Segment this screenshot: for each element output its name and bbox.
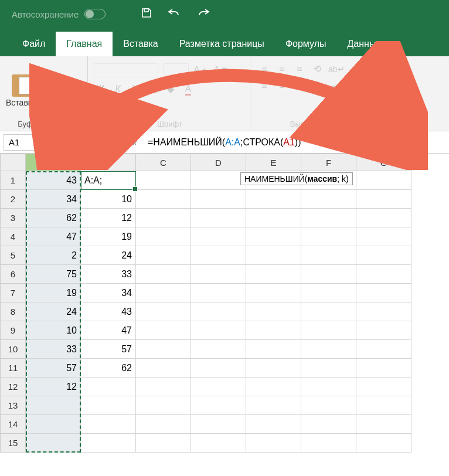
redo-icon[interactable]	[196, 7, 211, 22]
cell[interactable]	[356, 378, 411, 396]
row-header[interactable]: 8	[0, 302, 26, 321]
merge-icon[interactable]: ⊞	[346, 80, 359, 91]
column-header-B[interactable]: B	[81, 154, 136, 171]
accept-icon[interactable]: ✓	[107, 137, 123, 148]
indent-decrease-icon[interactable]: ⇤	[311, 80, 324, 91]
cell[interactable]: 47	[81, 321, 136, 340]
copy-icon[interactable]: ⎘	[47, 83, 60, 96]
cell[interactable]	[136, 265, 191, 284]
cell[interactable]	[246, 340, 301, 359]
cell[interactable]	[136, 396, 191, 415]
cell[interactable]: 34	[26, 190, 81, 209]
cell[interactable]	[246, 246, 301, 265]
cell[interactable]	[136, 359, 191, 378]
tab-formulas[interactable]: Формулы	[275, 32, 337, 56]
cell[interactable]	[246, 378, 301, 396]
cell[interactable]: 10	[26, 321, 81, 340]
cancel-icon[interactable]: ✕	[88, 137, 104, 148]
cell[interactable]: 62	[26, 209, 81, 227]
cell[interactable]	[136, 284, 191, 302]
cell[interactable]	[81, 415, 136, 434]
cell[interactable]	[136, 415, 191, 434]
column-header-E[interactable]: E	[246, 154, 301, 171]
cell[interactable]	[301, 359, 356, 378]
cell[interactable]	[301, 340, 356, 359]
cell[interactable]	[301, 321, 356, 340]
shrink-font-icon[interactable]: A▼	[214, 65, 230, 76]
undo-icon[interactable]	[166, 7, 182, 22]
cell[interactable]	[246, 284, 301, 302]
cell[interactable]	[356, 209, 411, 227]
cell[interactable]	[301, 265, 356, 284]
cell[interactable]	[301, 415, 356, 434]
format-painter-icon[interactable]: 🖌	[47, 97, 60, 110]
cell[interactable]	[191, 190, 246, 209]
cell[interactable]	[136, 321, 191, 340]
row-header[interactable]: 4	[0, 227, 26, 246]
cell[interactable]	[356, 396, 411, 415]
column-header-F[interactable]: F	[301, 154, 356, 171]
cell[interactable]: 19	[81, 227, 136, 246]
cell[interactable]	[136, 340, 191, 359]
cell[interactable]	[246, 209, 301, 227]
cell[interactable]: 47	[26, 227, 81, 246]
orientation-icon[interactable]: ⟲	[311, 63, 324, 74]
spreadsheet-grid[interactable]: A↓ B C D E F G 143A:A;234103621244719522…	[0, 154, 449, 453]
cell[interactable]	[301, 246, 356, 265]
cell[interactable]	[81, 378, 136, 396]
cell[interactable]	[136, 209, 191, 227]
row-header[interactable]: 14	[0, 415, 26, 434]
cell[interactable]	[191, 396, 246, 415]
cell[interactable]	[26, 415, 81, 434]
save-icon[interactable]	[141, 7, 152, 22]
row-header[interactable]: 12	[0, 378, 26, 396]
cell[interactable]	[191, 265, 246, 284]
cell[interactable]	[246, 265, 301, 284]
font-color-icon[interactable]: A	[182, 84, 195, 94]
row-header[interactable]: 6	[0, 265, 26, 284]
align-top-icon[interactable]: ≡	[258, 64, 271, 74]
cell[interactable]	[136, 190, 191, 209]
align-center-icon[interactable]: ≡	[275, 81, 288, 91]
row-header[interactable]: 15	[0, 434, 26, 453]
cell[interactable]	[301, 209, 356, 227]
row-header[interactable]: 2	[0, 190, 26, 209]
fx-icon[interactable]: fx	[125, 137, 142, 147]
cell[interactable]	[301, 227, 356, 246]
cell[interactable]: 34	[81, 284, 136, 302]
tab-file[interactable]: Файл	[12, 32, 56, 56]
tab-home[interactable]: Главная	[56, 32, 113, 56]
cell[interactable]	[136, 227, 191, 246]
cell[interactable]: 10	[81, 190, 136, 209]
bold-icon[interactable]: Ж	[94, 84, 107, 94]
cell[interactable]	[301, 190, 356, 209]
borders-icon[interactable]: ▦	[147, 83, 159, 94]
column-header-D[interactable]: D	[191, 154, 246, 171]
column-header-A[interactable]: A↓	[26, 154, 81, 171]
cell[interactable]	[301, 396, 356, 415]
cell[interactable]	[301, 434, 356, 453]
cell[interactable]	[136, 378, 191, 396]
cell[interactable]: 43	[81, 302, 136, 321]
cell[interactable]	[246, 415, 301, 434]
cell[interactable]	[136, 246, 191, 265]
cell[interactable]	[356, 171, 411, 190]
italic-icon[interactable]: К	[111, 84, 124, 94]
cell[interactable]	[81, 396, 136, 415]
select-all-corner[interactable]	[0, 154, 26, 171]
cell[interactable]	[246, 396, 301, 415]
tab-layout[interactable]: Разметка страницы	[169, 32, 275, 56]
wrap-text-icon[interactable]: ab↵	[328, 64, 345, 74]
align-middle-icon[interactable]: ≡	[275, 64, 288, 74]
cell[interactable]	[356, 415, 411, 434]
cell[interactable]	[136, 302, 191, 321]
cell[interactable]: 12	[81, 209, 136, 227]
cell[interactable]	[136, 434, 191, 453]
cell[interactable]	[301, 302, 356, 321]
align-left-icon[interactable]: ≡	[258, 81, 271, 91]
cell[interactable]: 57	[81, 340, 136, 359]
font-name-box[interactable]	[94, 63, 158, 77]
cell[interactable]	[191, 227, 246, 246]
cell[interactable]: 2	[26, 246, 81, 265]
cell[interactable]: 12	[26, 378, 81, 396]
